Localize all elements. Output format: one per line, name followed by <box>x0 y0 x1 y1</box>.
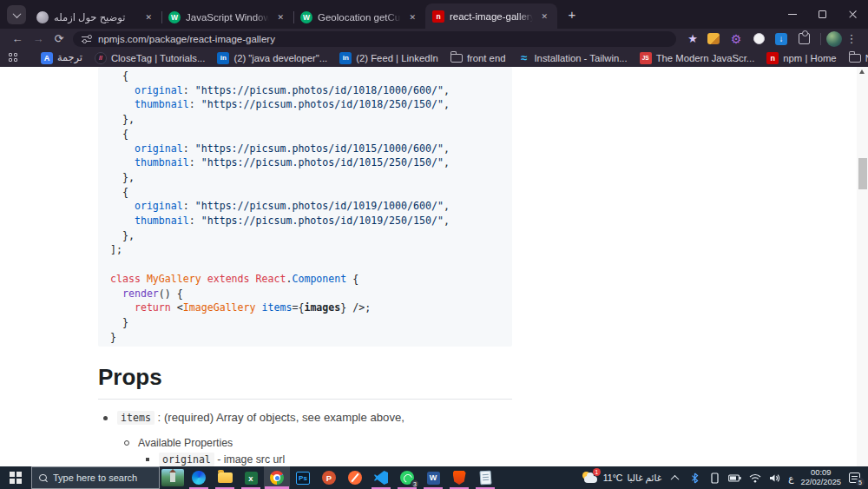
code-token: { <box>110 69 128 82</box>
code-token <box>110 156 135 169</box>
edge-icon <box>192 471 206 485</box>
taskbar-search[interactable] <box>31 466 160 489</box>
taskbar-app-word[interactable]: W <box>420 466 446 489</box>
search-input[interactable] <box>53 472 148 483</box>
code-line: { <box>110 69 500 83</box>
tab-list: توضيح حول ازمله✕WJavaScript Window Navig… <box>30 0 557 29</box>
taskbar-app-vscode[interactable] <box>368 466 394 489</box>
code-token: }, <box>110 171 135 183</box>
browser-menu-icon[interactable]: ⋮ <box>842 32 861 45</box>
tab-2[interactable]: WJavaScript Window Navigator✕ <box>161 5 293 29</box>
code-token <box>110 301 135 314</box>
volume-icon[interactable] <box>768 471 781 485</box>
bookmark-item-7[interactable]: JSThe Modern JavaScr... <box>634 52 761 64</box>
extension-idm-icon[interactable]: ↓ <box>774 32 788 46</box>
weather-badge: 1 <box>593 468 601 476</box>
bookmark-label: ترجمة <box>57 52 82 63</box>
new-tab-button[interactable]: + <box>561 3 583 25</box>
extension-circle-icon[interactable] <box>752 32 766 46</box>
code-token: ]; <box>110 243 122 255</box>
code-line: original: "https://picsum.photos/id/1015… <box>110 142 500 156</box>
code-block: { original: "https://picsum.photos/id/10… <box>98 67 512 347</box>
tab-close-icon[interactable]: ✕ <box>142 11 155 23</box>
bookmark-item-6[interactable]: ≈Installation - Tailwin... <box>511 52 633 64</box>
code-line: thumbnail: "https://picsum.photos/id/101… <box>110 214 500 228</box>
taskbar-clock[interactable]: 00:09 22/02/2025 <box>800 468 841 487</box>
apps-grid-icon[interactable] <box>9 53 17 63</box>
notification-center-icon[interactable]: 5 <box>848 471 863 485</box>
start-button[interactable] <box>0 466 31 489</box>
code-token <box>110 287 122 300</box>
tray-expand-icon[interactable] <box>668 471 681 485</box>
tab-1[interactable]: توضيح حول ازمله✕ <box>30 5 161 29</box>
brave-icon <box>453 471 466 485</box>
reload-button[interactable]: ⟳ <box>49 30 69 48</box>
profile-avatar[interactable] <box>826 31 842 47</box>
taskbar-app-brave[interactable] <box>446 466 472 489</box>
code-token: ={ <box>292 301 304 314</box>
white-circle-glyph <box>753 33 765 44</box>
weather-widget[interactable]: 1 11°C غائم غالبا <box>582 471 661 486</box>
clock-date: 22/02/2025 <box>800 478 841 486</box>
search-icon <box>39 474 47 482</box>
code-line: original: "https://picsum.photos/id/1019… <box>110 199 500 214</box>
orange-folder-glyph <box>707 33 720 44</box>
taskbar-app-excel[interactable]: x <box>238 466 264 489</box>
bookmark-item-3[interactable]: in(2) "java developer"... <box>211 52 333 64</box>
list-item-available-properties: Available Properties <box>119 437 512 449</box>
taskbar-app-file-explorer[interactable] <box>212 466 238 489</box>
bluetooth-icon[interactable] <box>688 471 701 485</box>
battery-icon[interactable] <box>728 471 741 485</box>
photoshop-icon: Ps <box>296 472 310 485</box>
taskbar-app-postman[interactable] <box>342 466 368 489</box>
extensions-puzzle-icon[interactable] <box>797 32 811 46</box>
tab-4[interactable]: nreact-image-gallery - npm✕ <box>425 3 557 29</box>
code-token: ImageGallery <box>183 301 256 314</box>
windows-taskbar: xPsP3W 1 11°C غائم غالبا <box>0 466 868 489</box>
tab-3[interactable]: WGeolocation getCurrentPosition✕ <box>293 5 425 29</box>
code-token <box>110 142 135 155</box>
folder-icon <box>450 54 463 63</box>
taskbar-app-chrome[interactable] <box>264 466 290 489</box>
bookmark-item-1[interactable]: Aترجمة <box>35 52 89 64</box>
code-token: { <box>110 128 128 140</box>
extension-orange-icon[interactable] <box>707 32 720 46</box>
tab-search-button[interactable] <box>7 5 26 24</box>
minimize-button[interactable] <box>777 0 807 29</box>
windows-logo-icon <box>10 472 22 484</box>
taskbar-app-edge[interactable] <box>186 466 212 489</box>
taskbar-app-notepad[interactable] <box>472 466 498 489</box>
bookmark-item-5[interactable]: front end <box>444 53 512 63</box>
tab-close-icon[interactable]: ✕ <box>538 10 550 23</box>
url-text[interactable]: npmjs.com/package/react-image-gallery <box>98 34 275 44</box>
notification-badge: 5 <box>856 478 865 486</box>
phone-link-icon[interactable] <box>708 471 721 485</box>
bookmark-item-9[interactable]: NPM <box>843 53 868 63</box>
extension-gear-icon[interactable]: ⚙ <box>729 32 743 46</box>
tab-close-icon[interactable]: ✕ <box>274 11 286 23</box>
scrollbar-thumb[interactable] <box>858 158 867 189</box>
taskbar-app-pinned-thumbnail[interactable] <box>160 466 186 489</box>
taskbar-app-powerpoint[interactable]: P <box>316 466 342 489</box>
page-scrollbar[interactable] <box>857 67 868 466</box>
tab-close-icon[interactable]: ✕ <box>406 11 418 23</box>
back-button[interactable]: ← <box>7 30 28 48</box>
scrollbar-up-icon[interactable] <box>859 69 865 74</box>
bookmark-item-2[interactable]: //CloseTag | Tutorials... <box>89 52 211 64</box>
items-code: items <box>117 411 155 425</box>
site-settings-icon[interactable] <box>82 34 91 43</box>
wifi-icon[interactable] <box>748 471 761 485</box>
close-button[interactable] <box>838 0 868 29</box>
bookmark-star-icon[interactable]: ★ <box>683 32 702 45</box>
language-indicator[interactable]: ع <box>788 472 793 483</box>
bookmark-item-4[interactable]: in(2) Feed | LinkedIn <box>333 52 444 64</box>
taskbar-app-whatsapp[interactable]: 3 <box>394 466 420 489</box>
maximize-button[interactable] <box>807 0 838 29</box>
prop-desc: - image src url <box>214 453 285 466</box>
code-token: return <box>135 301 171 314</box>
bookmark-item-8[interactable]: nnpm | Home <box>760 52 842 64</box>
forward-button[interactable]: → <box>28 30 49 48</box>
taskbar-app-photoshop[interactable]: Ps <box>290 466 316 489</box>
address-bar[interactable]: npmjs.com/package/react-image-gallery <box>73 31 676 47</box>
download-arrow-glyph: ↓ <box>775 33 787 45</box>
